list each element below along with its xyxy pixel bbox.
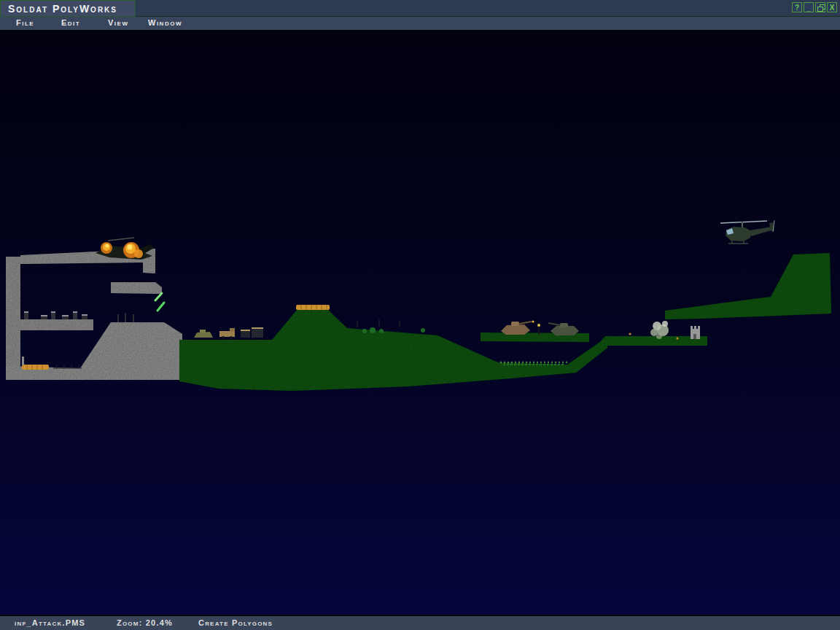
- green-terrain: [179, 253, 831, 391]
- bush: [370, 327, 376, 333]
- menu-edit[interactable]: Edit: [61, 18, 80, 27]
- map-preview: [0, 31, 840, 615]
- app-window: Soldat PolyWorks ? _ X File Edit View Wi…: [0, 0, 840, 630]
- tank-brown-hull: [501, 324, 530, 335]
- camo-vehicle: [194, 332, 213, 338]
- menu-file[interactable]: File: [16, 18, 34, 27]
- left-wall: [6, 257, 20, 378]
- truck-wheel: [222, 336, 225, 339]
- bush: [421, 328, 425, 332]
- base-and-hill: [6, 322, 182, 380]
- supply-crate: [252, 327, 263, 338]
- plant-sprite-2: [158, 303, 164, 311]
- pole: [22, 357, 24, 365]
- main-landmass: [179, 309, 607, 391]
- soldier-head: [537, 324, 540, 327]
- smoke-bush: [656, 333, 662, 339]
- status-filename: inf_Attack.PMS: [15, 618, 85, 627]
- tower-door: [693, 334, 696, 339]
- tank-brown-turret: [511, 322, 519, 326]
- supply-crate-top: [252, 327, 263, 329]
- smoke-bush: [662, 321, 668, 327]
- truck-body: [219, 331, 235, 337]
- truck-cab: [230, 328, 235, 332]
- app-title: Soldat PolyWorks: [8, 3, 117, 15]
- crate-top: [62, 315, 69, 316]
- crate-top: [73, 311, 77, 313]
- bush: [379, 329, 384, 333]
- help-icon: ?: [795, 4, 799, 12]
- right-slope: [665, 253, 831, 319]
- sandbag-row: [22, 365, 49, 370]
- heli-main-rotor: [720, 221, 767, 223]
- flame-core-right: [128, 245, 133, 250]
- supply-crate-top: [241, 330, 250, 331]
- tower-tooth: [694, 326, 696, 329]
- crashed-plane-rotor: [108, 238, 134, 241]
- truck-wheel: [230, 336, 233, 339]
- second-floor: [10, 319, 93, 330]
- mid-ledge: [111, 282, 162, 294]
- map-canvas[interactable]: [0, 31, 840, 615]
- muzzle-spark: [532, 321, 534, 323]
- crate-top: [82, 314, 88, 316]
- flame-glow-right-2: [134, 249, 143, 258]
- status-active-tool: Create Polygons: [198, 618, 273, 627]
- crate-top: [51, 311, 55, 313]
- window-controls: ? _ X: [792, 2, 837, 12]
- camo-vehicle-turret: [200, 330, 206, 332]
- flare-dot: [629, 333, 631, 335]
- crate-top: [24, 311, 28, 313]
- tank-brown-barrel: [519, 322, 532, 324]
- minimize-icon: _: [806, 4, 811, 12]
- flare-dot: [677, 338, 679, 340]
- tower-tooth: [698, 326, 700, 329]
- title-bar: Soldat PolyWorks ? _ X: [0, 0, 840, 17]
- plant-sprite: [155, 293, 162, 300]
- concrete-structure: [6, 249, 182, 380]
- status-bar: inf_Attack.PMS Zoom: 20.4% Create Polygo…: [0, 615, 840, 630]
- bush: [362, 329, 367, 333]
- help-button[interactable]: ?: [792, 2, 802, 12]
- menu-bar: File Edit View Window: [0, 17, 840, 31]
- tank-dark-barrel: [548, 323, 560, 325]
- status-zoom-level: Zoom: 20.4%: [117, 618, 173, 627]
- minimize-button[interactable]: _: [804, 2, 814, 12]
- tower-tooth: [691, 326, 693, 329]
- flame-core-left: [106, 244, 109, 248]
- tank-dark-turret: [560, 323, 568, 327]
- menu-window[interactable]: Window: [148, 18, 182, 27]
- menu-view[interactable]: View: [108, 18, 128, 27]
- close-button[interactable]: X: [827, 2, 837, 12]
- title-box: Soldat PolyWorks: [0, 0, 136, 17]
- crate-top: [41, 315, 47, 316]
- close-icon: X: [830, 4, 835, 12]
- restore-button[interactable]: [815, 2, 825, 12]
- heli-tail-boom: [750, 227, 774, 236]
